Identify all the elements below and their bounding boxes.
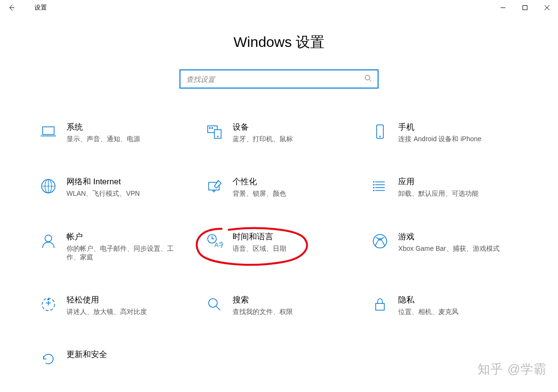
category-title: 个性化 [233,177,286,187]
minimize-icon [501,5,505,10]
search-icon [364,74,372,84]
category-update[interactable]: 更新和安全 [35,349,191,368]
category-desc: 背景、锁屏、颜色 [233,189,286,198]
minimize-button[interactable] [492,0,514,15]
svg-point-1 [365,75,370,80]
category-desc: 显示、声音、通知、电源 [67,134,140,143]
search-input[interactable] [186,75,364,83]
arrow-left-icon [8,4,15,11]
category-desc: 蓝牙、打印机、鼠标 [233,134,293,143]
category-desc: 卸载、默认应用、可选功能 [398,189,479,198]
svg-point-13 [45,235,52,242]
apps-icon [367,177,393,195]
category-title: 轻松使用 [67,295,147,305]
category-desc: 语音、区域、日期 [233,244,286,253]
category-network[interactable]: 网络和 Internet WLAN、飞行模式、VPN [35,177,191,198]
category-title: 搜索 [233,295,293,305]
category-desc: 连接 Android 设备和 iPhone [398,134,481,143]
svg-point-9 [379,136,381,137]
category-title: 更新和安全 [67,349,107,360]
category-title: 帐户 [67,232,187,242]
time-language-icon: A字 [201,232,228,250]
close-icon [545,5,549,10]
svg-point-5 [217,136,218,137]
category-time-language[interactable]: A字 时间和语言 语音、区域、日期 [201,232,357,261]
category-desc: 讲述人、放大镜、高对比度 [67,307,147,316]
devices-icon [201,122,228,140]
person-icon [35,232,62,250]
category-apps[interactable]: 应用 卸载、默认应用、可选功能 [367,177,523,198]
category-phone[interactable]: 手机 连接 Android 设备和 iPhone [367,122,523,143]
maximize-button[interactable] [514,0,536,15]
search-box[interactable] [179,69,379,89]
settings-grid: 系统 显示、声音、通知、电源 设备 蓝牙、打印机、鼠标 手机 连接 Androi… [35,122,523,368]
category-desc: 位置、相机、麦克风 [398,307,458,316]
svg-point-18 [209,299,217,307]
globe-icon [35,177,62,195]
category-title: 手机 [398,122,481,133]
category-title: 应用 [398,177,479,187]
window-title: 设置 [34,3,47,12]
maximize-icon [523,5,527,10]
back-button[interactable] [0,0,23,15]
category-system[interactable]: 系统 显示、声音、通知、电源 [35,122,191,143]
magnifier-icon [201,295,228,313]
titlebar: 设置 [0,0,558,15]
ease-icon [35,295,62,313]
category-desc: 你的帐户、电子邮件、同步设置、工作、家庭 [67,244,187,261]
lock-icon [367,295,393,313]
category-desc: Xbox Game Bar、捕获、游戏模式 [398,244,500,253]
close-button[interactable] [536,0,558,15]
category-title: 时间和语言 [233,232,286,242]
category-title: 网络和 Internet [67,177,140,187]
xbox-icon [367,232,393,250]
svg-rect-2 [43,127,54,134]
category-accounts[interactable]: 帐户 你的帐户、电子邮件、同步设置、工作、家庭 [35,232,191,261]
laptop-icon [35,122,62,140]
category-title: 隐私 [398,295,458,305]
category-title: 游戏 [398,232,500,242]
category-desc: WLAN、飞行模式、VPN [67,189,140,198]
category-ease-of-access[interactable]: 轻松使用 讲述人、放大镜、高对比度 [35,295,191,316]
category-title: 系统 [67,122,140,133]
category-desc: 查找我的文件、权限 [233,307,293,316]
category-privacy[interactable]: 隐私 位置、相机、麦克风 [367,295,523,316]
category-title: 设备 [233,122,293,133]
watermark: 知乎 @学霸 [478,361,547,378]
update-icon [35,349,62,368]
svg-rect-19 [376,303,384,310]
category-search[interactable]: 搜索 查找我的文件、权限 [201,295,357,316]
category-personalize[interactable]: 个性化 背景、锁屏、颜色 [201,177,357,198]
svg-rect-6 [209,127,211,129]
page-title: Windows 设置 [0,33,558,52]
svg-text:A字: A字 [214,241,223,248]
svg-rect-0 [523,6,527,10]
search-container [0,69,558,89]
category-gaming[interactable]: 游戏 Xbox Game Bar、捕获、游戏模式 [367,232,523,261]
svg-rect-7 [212,127,213,129]
phone-icon [367,122,393,140]
paint-icon [201,177,228,195]
window-controls [492,0,558,15]
category-devices[interactable]: 设备 蓝牙、打印机、鼠标 [201,122,357,143]
